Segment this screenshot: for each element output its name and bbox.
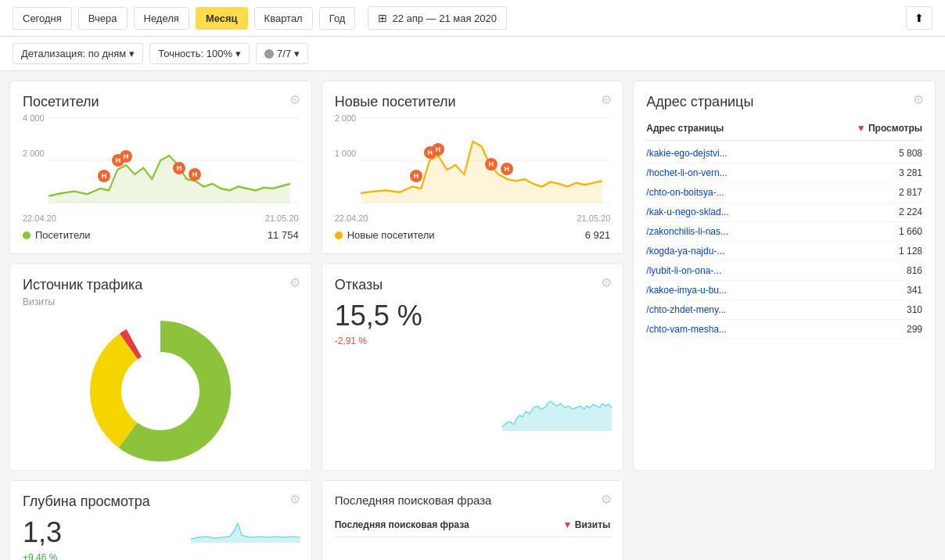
visitors-card: Посетители ⚙ 4 000 2 000 H H H H H 22.04: [9, 81, 312, 254]
period-year[interactable]: Год: [319, 7, 356, 30]
page-url-link[interactable]: /hochet-li-on-vern...: [646, 167, 727, 178]
new-visitors-card: Новые посетители ⚙ 2 000 1 000 H H H H H…: [322, 81, 624, 254]
new-visitors-legend: Новые посетители: [335, 229, 435, 241]
table-row: /kakoe-imya-u-bu...341: [646, 281, 922, 300]
visitors-date-end: 21.05.20: [265, 214, 299, 223]
table-row: /chto-zhdet-meny...310: [646, 300, 922, 320]
calendar-icon: ⊞: [378, 12, 387, 24]
robots-label: 7/7: [277, 48, 291, 59]
top-bar: Сегодня Вчера Неделя Месяц Квартал Год ⊞…: [0, 0, 945, 37]
page-view-count: 5 808: [899, 148, 922, 159]
address-table-header: Адрес страницы ▼ Просмотры: [646, 123, 922, 141]
table-row: /chto-vam-mesha...299: [646, 320, 922, 339]
table-row: /zakonchilis-li-nas...1 660: [646, 222, 922, 242]
period-yesterday[interactable]: Вчера: [78, 7, 128, 30]
last-search-sort-icon: ▼: [563, 519, 575, 530]
page-view-count: 3 281: [899, 167, 922, 178]
page-view-count: 2 224: [899, 206, 922, 217]
page-url-link[interactable]: /zakonchilis-li-nas...: [646, 226, 728, 237]
page-url-link[interactable]: /chto-zhdet-meny...: [646, 304, 726, 315]
new-visitors-legend-label: Новые посетители: [347, 229, 435, 241]
chevron-down-icon: ▾: [294, 48, 300, 59]
last-search-settings-icon[interactable]: ⚙: [601, 492, 612, 507]
new-visitors-date-end: 21.05.20: [577, 214, 611, 223]
address-card: Адрес страницы ⚙ Адрес страницы ▼ Просмо…: [633, 81, 936, 471]
depth-card: Глубина просмотра ⚙ 1,3 +9,46 %: [9, 480, 312, 560]
page-view-count: 1 660: [899, 226, 922, 237]
new-annotation-h3: H: [432, 143, 444, 156]
table-row: /kak-u-nego-sklad...2 224: [646, 203, 922, 222]
svg-point-11: [131, 361, 190, 421]
new-visitors-total: 6 921: [585, 229, 611, 241]
table-row: /kogda-ya-najdu-...1 128: [646, 242, 922, 261]
visitors-title: Посетители: [23, 94, 299, 110]
new-visitors-chart: 2 000 1 000 H H H H H: [335, 113, 611, 207]
page-view-count: 1 128: [899, 246, 922, 257]
detail-label: Детализация: по дням: [21, 48, 126, 59]
visitors-chart: 4 000 2 000 H H H H H: [23, 113, 299, 207]
last-search-card: Последняя поисковая фраза ⚙ Последняя по…: [322, 480, 624, 560]
new-visitors-title: Новые посетители: [335, 94, 611, 110]
visitors-date-start: 22.04.20: [23, 214, 56, 223]
traffic-settings-icon[interactable]: ⚙: [289, 275, 300, 290]
page-url-link[interactable]: /lyubit-li-on-ona-...: [646, 265, 721, 276]
page-view-count: 341: [907, 285, 922, 296]
date-range-button[interactable]: ⊞ 22 апр — 21 мая 2020: [368, 6, 507, 30]
traffic-subtitle: Визиты: [23, 296, 299, 307]
table-row: /hochet-li-on-vern...3 281: [646, 163, 922, 183]
export-button[interactable]: ⬆: [906, 6, 932, 30]
page-url-link[interactable]: /chto-vam-mesha...: [646, 324, 727, 335]
annotation-h1: H: [98, 170, 110, 182]
new-annotation-h4: H: [485, 158, 498, 171]
new-visitors-chart-dates: 22.04.20 21.05.20: [335, 214, 611, 223]
sort-arrow-icon: ▼: [857, 123, 868, 134]
page-url-link[interactable]: /chto-on-boitsya-...: [646, 187, 724, 198]
annotation-h3: H: [120, 150, 132, 163]
visitors-total: 11 754: [268, 229, 299, 241]
address-col2-header: ▼ Просмотры: [857, 123, 922, 134]
chevron-down-icon: ▾: [129, 48, 135, 59]
date-range-label: 22 апр — 21 мая 2020: [392, 13, 497, 24]
robots-filter-button[interactable]: 7/7 ▾: [256, 43, 308, 64]
page-url-link[interactable]: /kak-u-nego-sklad...: [646, 206, 728, 217]
page-view-count: 310: [907, 304, 922, 315]
bounce-change: -2,91 %: [335, 336, 611, 346]
last-search-title: Последняя поисковая фраза: [335, 494, 611, 507]
annotation-h4: H: [173, 162, 185, 174]
address-settings-icon[interactable]: ⚙: [913, 92, 924, 107]
svg-marker-3: [49, 156, 290, 203]
bounce-title: Отказы: [335, 277, 611, 293]
visitors-settings-icon[interactable]: ⚙: [289, 92, 300, 107]
address-col1-header: Адрес страницы: [646, 123, 724, 134]
traffic-donut: [23, 317, 299, 458]
visitors-legend: Посетители: [23, 229, 91, 241]
new-visitors-settings-icon[interactable]: ⚙: [601, 92, 612, 107]
page-url-link[interactable]: /kakie-ego-dejstvi...: [646, 148, 727, 159]
period-week[interactable]: Неделя: [134, 7, 189, 30]
bounce-value: 15,5 %: [335, 300, 611, 332]
detail-filter-button[interactable]: Детализация: по дням ▾: [13, 43, 143, 64]
page-view-count: 816: [907, 265, 922, 276]
export-icon: ⬆: [914, 12, 924, 24]
traffic-card: Источник трафика Визиты ⚙: [9, 264, 312, 471]
address-table-body: /kakie-ego-dejstvi...5 808/hochet-li-on-…: [646, 144, 922, 339]
new-visitors-date-start: 22.04.20: [335, 214, 368, 223]
main-content: Посетители ⚙ 4 000 2 000 H H H H H 22.04: [0, 71, 945, 560]
page-url-link[interactable]: /kogda-ya-najdu-...: [646, 246, 724, 257]
new-annotation-h1: H: [410, 170, 422, 182]
annotation-h5: H: [189, 168, 201, 181]
accuracy-label: Точность: 100%: [158, 48, 232, 59]
page-url-link[interactable]: /kakoe-imya-u-bu...: [646, 285, 727, 296]
new-visitors-metric: Новые посетители 6 921: [335, 229, 611, 241]
period-today[interactable]: Сегодня: [13, 7, 72, 30]
robots-dot: [264, 49, 274, 59]
bounce-card: Отказы ⚙ 15,5 % -2,91 %: [322, 264, 624, 471]
bounce-settings-icon[interactable]: ⚙: [601, 275, 612, 290]
period-month[interactable]: Месяц: [196, 7, 248, 30]
period-quarter[interactable]: Квартал: [254, 7, 313, 30]
visitors-dot: [23, 232, 31, 239]
svg-marker-13: [191, 523, 300, 543]
last-search-header: Последняя поисковая фраза ▼ Визиты: [335, 519, 611, 537]
accuracy-filter-button[interactable]: Точность: 100% ▾: [149, 43, 250, 64]
chevron-down-icon: ▾: [235, 48, 241, 59]
